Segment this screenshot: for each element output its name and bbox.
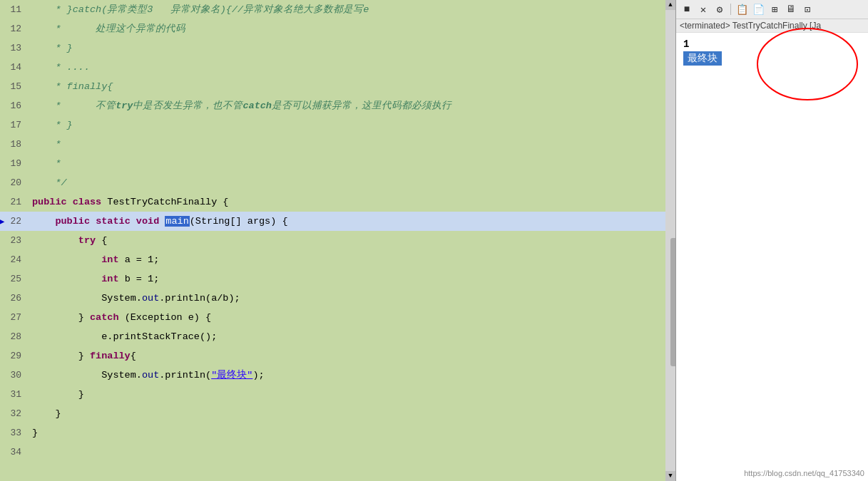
output-line-number: 1: [683, 38, 861, 50]
code-line-17: 17 * }: [0, 115, 665, 135]
code-line-31: 31 }: [0, 385, 665, 404]
code-line-34: 34: [0, 443, 665, 462]
code-line-20: 20 */: [0, 173, 665, 192]
code-line-12: 12 * 处理这个异常的代码: [0, 19, 665, 38]
code-line-16: 16 * 不管try中是否发生异常，也不管catch是否可以捕获异常，这里代码都…: [0, 96, 665, 115]
copy-button[interactable]: 📋: [735, 2, 749, 16]
scrollbar[interactable]: ▲ ▼: [665, 0, 675, 481]
execution-arrow: ▶: [0, 212, 4, 231]
code-line-29: 29 } finally{: [0, 346, 665, 366]
code-line-32: 32 }: [0, 404, 665, 423]
code-lines: 11 * }catch(异常类型3 异常对象名){//异常对象名绝大多数都是写e…: [0, 0, 665, 481]
view-button2[interactable]: 🖥: [784, 2, 798, 16]
close-button[interactable]: ✕: [696, 2, 710, 16]
code-line-13: 13 * }: [0, 38, 665, 58]
output-title: <terminated> TestTryCatchFinally [Ja: [676, 19, 868, 33]
code-line-25: 25 int b = 1;: [0, 269, 665, 289]
code-line-24: 24 int a = 1;: [0, 250, 665, 269]
code-line-22: ▶ 22 public static void main(String[] ar…: [0, 212, 665, 231]
watermark: https://blog.csdn.net/qq_41753340: [744, 469, 864, 477]
output-value-badge: 最终块: [683, 51, 861, 66]
code-line-28: 28 e.printStackTrace();: [0, 327, 665, 346]
view-button1[interactable]: ⊞: [767, 2, 782, 16]
toolbar-separator-1: [730, 4, 731, 15]
code-line-33: 33 }: [0, 423, 665, 443]
code-line-23: 23 try {: [0, 231, 665, 250]
code-line-11: 11 * }catch(异常类型3 异常对象名){//异常对象名绝大多数都是写e: [0, 0, 665, 19]
output-value: 最终块: [683, 51, 722, 66]
scroll-up[interactable]: ▲: [665, 0, 675, 10]
code-line-18: 18 *: [0, 135, 665, 154]
view-button3[interactable]: ⊡: [800, 2, 815, 16]
code-line-14: 14 * ....: [0, 58, 665, 77]
code-line-27: 27 } catch (Exception e) {: [0, 308, 665, 327]
code-editor: 11 * }catch(异常类型3 异常对象名){//异常对象名绝大多数都是写e…: [0, 0, 665, 481]
output-content: 1 最终块: [676, 33, 868, 481]
stop-button[interactable]: ■: [680, 2, 694, 16]
scroll-down[interactable]: ▼: [665, 471, 675, 481]
code-line-21: 21 public class TestTryCatchFinally {: [0, 192, 665, 212]
code-line-15: 15 * finally{: [0, 77, 665, 96]
code-line-19: 19 *: [0, 154, 665, 173]
code-line-30: 30 System.out.println("最终块");: [0, 366, 665, 385]
output-toolbar: ■ ✕ ⚙ 📋 📄 ⊞ 🖥 ⊡: [676, 0, 868, 19]
output-panel: ■ ✕ ⚙ 📋 📄 ⊞ 🖥 ⊡ <terminated> TestTryCatc…: [675, 0, 868, 481]
code-line-26: 26 System.out.println(a/b);: [0, 289, 665, 308]
settings-button[interactable]: ⚙: [713, 2, 727, 16]
paste-button[interactable]: 📄: [751, 2, 765, 16]
